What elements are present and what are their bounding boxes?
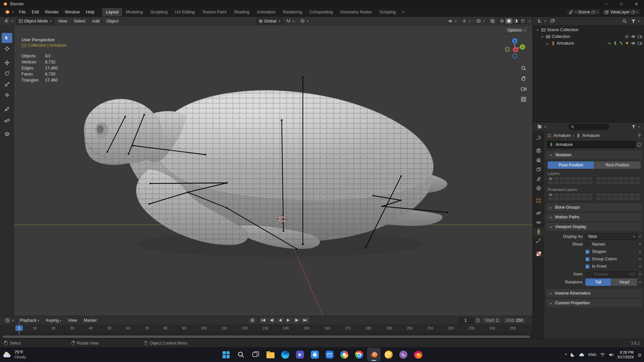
layer-toggle[interactable] (588, 181, 593, 185)
layer-toggle[interactable] (571, 181, 576, 185)
section-custom-properties[interactable]: ▸ Custom Properties (546, 299, 642, 307)
layer-toggle[interactable] (618, 177, 624, 180)
hide-eye-icon[interactable] (631, 35, 636, 38)
layer-toggle[interactable] (565, 181, 570, 185)
animate-dot[interactable] (639, 244, 641, 245)
tab-output[interactable] (534, 156, 544, 164)
tool-rotate[interactable] (2, 68, 12, 79)
tool-scale[interactable] (2, 79, 12, 89)
tab-texture[interactable] (534, 249, 544, 258)
axis-x-ball[interactable]: X (513, 47, 518, 52)
proportional-editing-toggle[interactable]: ▾ (298, 18, 311, 24)
layer-toggle[interactable] (612, 197, 618, 201)
layer-toggle[interactable] (565, 193, 570, 197)
properties-editor-type-button[interactable]: ▾ (535, 124, 548, 130)
layer-toggle[interactable] (576, 193, 582, 197)
armature-name-field[interactable]: Armature (547, 141, 636, 148)
layer-toggle[interactable] (571, 177, 576, 180)
layer-toggle[interactable] (601, 181, 606, 185)
viewlayer-selector[interactable]: ViewLayer × (602, 9, 641, 15)
task-view-button[interactable] (249, 348, 262, 361)
layer-toggle[interactable] (554, 193, 559, 197)
breadcrumb-object[interactable]: Armature (553, 133, 571, 138)
menu-add[interactable]: Add (89, 17, 103, 25)
taskbar-app-edge[interactable] (279, 348, 292, 361)
taskbar-search-button[interactable] (234, 348, 248, 361)
language-indicator[interactable]: ENG (588, 353, 596, 357)
tab-world[interactable] (534, 184, 544, 193)
layer-toggle[interactable] (618, 197, 624, 201)
zoom-icon[interactable] (520, 64, 527, 72)
layer-toggle[interactable] (576, 181, 582, 185)
workspace-tab[interactable]: Scripting (376, 8, 399, 16)
layer-toggle[interactable] (559, 181, 565, 185)
layer-toggle[interactable] (635, 193, 640, 197)
taskbar-app-outlook[interactable] (323, 348, 336, 361)
layer-toggle[interactable] (588, 177, 593, 180)
filter-dropdown[interactable]: ▾ (629, 18, 642, 24)
layer-toggle[interactable] (607, 177, 612, 180)
taskbar-app-chrome-canary[interactable] (382, 348, 395, 361)
play-reverse-button[interactable] (277, 317, 284, 323)
workspace-tab[interactable]: Compositing (306, 8, 336, 16)
animate-dot[interactable] (639, 236, 641, 237)
layer-toggle[interactable] (576, 197, 582, 201)
layer-toggle[interactable] (601, 193, 606, 197)
menu-playback[interactable]: Playback▾ (17, 317, 42, 324)
timeline-scrollbar[interactable] (3, 335, 530, 338)
hide-eye-icon[interactable] (631, 42, 636, 45)
tool-cursor[interactable] (2, 44, 12, 54)
tab-object[interactable] (534, 196, 544, 205)
pin-icon[interactable] (637, 134, 641, 138)
layer-toggle[interactable] (629, 177, 635, 180)
disclosure-triangle-icon[interactable]: ▾ (536, 28, 540, 32)
axes-position-slider[interactable]: Position 0.0 (592, 271, 637, 277)
layer-toggle[interactable] (554, 181, 559, 185)
tray-expand-chevron-icon[interactable]: ^ (565, 352, 567, 357)
taskbar-app-firefox[interactable] (411, 348, 425, 361)
workspace-tab[interactable]: UV Editing (171, 8, 198, 16)
menu-help[interactable]: Help (83, 8, 98, 16)
overlays-dropdown[interactable]: ▾ (474, 18, 487, 23)
taskbar-app-chrome[interactable] (352, 348, 366, 361)
navigation-gizmo[interactable]: Z Y X (504, 37, 526, 59)
taskbar-app-blender[interactable] (367, 348, 381, 361)
layer-toggle[interactable] (576, 177, 582, 180)
app-menu-button[interactable]: ▾ (2, 9, 16, 15)
checkbox[interactable] (585, 257, 590, 261)
new-scene-icon[interactable] (591, 10, 595, 14)
render-camera-icon[interactable] (638, 35, 642, 38)
layer-toggle[interactable] (559, 193, 565, 197)
layer-toggle[interactable] (629, 197, 635, 201)
breadcrumb-data[interactable]: Armature (583, 133, 600, 138)
tab-tool[interactable] (534, 134, 544, 143)
layer-toggle[interactable] (582, 177, 587, 180)
jump-to-end-button[interactable] (302, 317, 309, 323)
current-frame-field[interactable]: 1 (458, 317, 474, 323)
current-frame-marker[interactable]: 1 (15, 325, 23, 331)
layer-toggle[interactable] (596, 181, 601, 185)
animate-dot[interactable] (639, 281, 641, 283)
layer-toggle[interactable] (548, 197, 553, 201)
wifi-icon[interactable] (600, 353, 605, 357)
axis-neg-y-ball[interactable] (505, 47, 510, 52)
tool-transform[interactable] (2, 90, 12, 100)
display-mode-icon[interactable] (550, 19, 555, 23)
scene-selector[interactable]: ▾ Scene × (566, 9, 601, 15)
layer-toggle[interactable] (618, 193, 624, 197)
snap-toggle[interactable]: ▾ (284, 18, 297, 24)
workspace-tab[interactable]: Animation (253, 8, 279, 16)
animate-dot[interactable] (639, 273, 641, 275)
layer-toggle[interactable] (596, 197, 601, 201)
layer-toggle[interactable] (607, 197, 612, 201)
layer-toggle[interactable] (571, 193, 576, 197)
layer-toggle[interactable] (548, 181, 553, 185)
layer-toggle[interactable] (588, 193, 593, 197)
outliner-row-collection[interactable]: ▾ Collection (533, 33, 644, 40)
layer-toggle[interactable] (635, 197, 640, 201)
relations-tail-button[interactable]: Tail (585, 278, 611, 286)
section-skeleton[interactable]: ▾ Skeleton (546, 151, 642, 159)
add-workspace-button[interactable]: + (399, 8, 407, 16)
layer-toggle[interactable] (559, 177, 565, 180)
layer-toggle[interactable] (629, 193, 635, 197)
